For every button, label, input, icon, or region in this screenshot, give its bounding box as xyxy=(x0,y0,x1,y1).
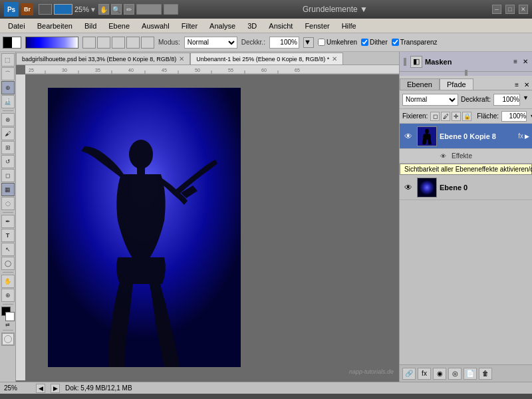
eyedropper-tool[interactable]: 🔬 xyxy=(1,95,15,108)
type-tool[interactable]: T xyxy=(1,229,15,242)
gradient-tool[interactable]: ▦ xyxy=(1,183,15,196)
scroll-right-btn[interactable]: ▶ xyxy=(51,384,60,393)
opacity-input[interactable] xyxy=(269,37,299,49)
menu-analyse[interactable]: Analyse xyxy=(204,21,241,31)
canvas-with-ruler: napp-tutorials.de xyxy=(16,74,399,380)
new-layer-btn[interactable]: 📄 xyxy=(464,368,477,380)
gradient-angle-btn[interactable] xyxy=(112,37,125,49)
layer-item-kopie8[interactable]: 👁 xyxy=(400,124,532,149)
hand-tool[interactable]: ✋ xyxy=(1,275,15,288)
menu-datei[interactable]: Datei xyxy=(3,21,31,31)
menu-ebene[interactable]: Ebene xyxy=(103,21,135,31)
tab-pfade[interactable]: Pfade xyxy=(440,78,473,90)
crop-tool[interactable]: ⊕ xyxy=(1,81,15,94)
menu-filter[interactable]: Filter xyxy=(176,21,203,31)
layer-mode-select[interactable]: Normal xyxy=(402,94,458,106)
swap-colors-icon[interactable]: ⇄ xyxy=(5,322,10,328)
shape-tool[interactable]: ◯ xyxy=(1,257,15,270)
menu-hilfe[interactable]: Hilfe xyxy=(336,21,362,31)
tab-close-badgirl[interactable]: ✕ xyxy=(179,55,184,63)
layer-eye-kopie8[interactable]: 👁 xyxy=(402,130,414,142)
gradient-linear-btn[interactable] xyxy=(82,37,96,49)
scroll-left-btn[interactable]: ◀ xyxy=(36,384,45,393)
new-fill-btn[interactable]: ◎ xyxy=(448,368,462,380)
menu-auswahl[interactable]: Auswahl xyxy=(136,21,175,31)
tab-badgirl[interactable]: badgirlsilhouette.psd bei 33,3% (Ebene 0… xyxy=(16,53,190,65)
heal-tool[interactable]: ⊗ xyxy=(1,113,15,126)
zoom-tool-icon[interactable]: 🔍 xyxy=(111,4,122,15)
zoom-tool[interactable]: ⊕ xyxy=(1,289,15,302)
gradient-reflected-btn[interactable] xyxy=(126,37,140,49)
layers-panel-menu[interactable]: ≡ xyxy=(512,80,521,90)
lock-position-btn[interactable]: ✛ xyxy=(452,112,461,121)
menu-3d[interactable]: 3D xyxy=(242,21,262,31)
deckkraft-input[interactable] xyxy=(493,94,520,106)
layers-panel-close[interactable]: ✕ xyxy=(521,80,532,90)
tab-close-unbenannt[interactable]: ✕ xyxy=(332,55,337,63)
menu-bearbeiten[interactable]: Bearbeiten xyxy=(32,21,78,31)
flaeche-arrow[interactable]: ▼ xyxy=(529,113,532,120)
menu-ansicht[interactable]: Ansicht xyxy=(263,21,298,31)
options-bar: Modus: Normal Deckkr.: ▼ Umkehren Dither… xyxy=(0,33,532,52)
nav-icon[interactable] xyxy=(39,4,52,15)
delete-layer-btn[interactable]: 🗑 xyxy=(479,368,492,380)
menu-bild[interactable]: Bild xyxy=(79,21,102,31)
flaeche-input[interactable] xyxy=(501,111,527,122)
gradient-preview[interactable] xyxy=(25,37,78,49)
canvas-background[interactable]: napp-tutorials.de xyxy=(25,74,399,380)
lock-transparent-btn[interactable]: ◻ xyxy=(430,112,440,121)
separator-5 xyxy=(3,330,13,331)
pen-tool-icon[interactable]: ✏ xyxy=(124,4,134,15)
layers-panel: Ebenen Pfade ≡ ✕ Normal Deckkraft: ▼ Fix… xyxy=(400,72,532,382)
layer-fx-kopie8[interactable]: fx xyxy=(518,132,523,140)
color-swatch[interactable] xyxy=(3,37,21,49)
color-swatch-top[interactable] xyxy=(54,4,72,15)
marquee-tool[interactable]: ⬚ xyxy=(1,53,15,66)
lasso-tool[interactable]: ⌒ xyxy=(1,67,15,80)
history-tool[interactable]: ↺ xyxy=(1,155,15,168)
layers-mode-row: Normal Deckkraft: ▼ xyxy=(400,90,532,109)
hand-tool-icon[interactable]: ✋ xyxy=(98,4,109,15)
close-button[interactable]: ✕ xyxy=(519,5,528,14)
tab-unbenannt[interactable]: Unbenannt-1 bei 25% (Ebene 0 Kopie 8, RG… xyxy=(190,53,343,65)
clone-tool[interactable]: ⊞ xyxy=(1,141,15,154)
link-layers-btn[interactable]: 🔗 xyxy=(402,368,416,380)
minimize-button[interactable]: ─ xyxy=(492,5,501,14)
transparency-checkbox[interactable] xyxy=(392,39,399,46)
opacity-arrow[interactable]: ▼ xyxy=(303,37,314,48)
layer-eye-effects[interactable]: 👁 xyxy=(437,150,449,162)
dither-checkbox[interactable] xyxy=(361,39,368,46)
quick-mask-btn[interactable] xyxy=(1,332,15,346)
titlebar: Ps Br 25% ▼ ✋ 🔍 ✏ Grundelemente ▼ ─ □ ✕ xyxy=(0,0,532,19)
blur-tool[interactable]: ◌ xyxy=(1,197,15,210)
add-style-btn[interactable]: fx xyxy=(418,368,431,380)
path-select-tool[interactable]: ↖ xyxy=(1,243,15,256)
3d-icon[interactable] xyxy=(164,4,178,15)
panel-drag-handle[interactable] xyxy=(404,58,406,66)
effects-label: Effekte xyxy=(452,152,472,160)
layer-item-ebene0[interactable]: 👁 Ebene 0 xyxy=(400,175,532,200)
lock-all-btn[interactable]: 🔒 xyxy=(462,112,471,121)
masken-icon[interactable]: ◧ xyxy=(410,56,422,68)
lock-icons-group: ◻ 🖊 ✛ 🔒 xyxy=(430,112,471,121)
lock-image-btn[interactable]: 🖊 xyxy=(441,112,450,121)
eraser-tool[interactable]: ◻ xyxy=(1,169,15,182)
layer-eye-ebene0[interactable]: 👁 xyxy=(402,182,414,194)
path-tool[interactable]: ✒ xyxy=(1,215,15,228)
layer-options-kopie8[interactable]: ▶ xyxy=(525,133,529,140)
maximize-button[interactable]: □ xyxy=(505,5,515,14)
add-mask-btn[interactable]: ◉ xyxy=(433,368,446,380)
deckkraft-arrow[interactable]: ▼ xyxy=(523,94,529,105)
menu-fenster[interactable]: Fenster xyxy=(299,21,334,31)
reverse-checkbox[interactable] xyxy=(318,39,325,46)
svg-text:60: 60 xyxy=(261,68,267,72)
gradient-radial-btn[interactable] xyxy=(97,37,110,49)
masken-menu-btn[interactable]: ≡ xyxy=(513,58,517,65)
foreground-bg-swatch[interactable] xyxy=(1,307,15,321)
mode-select[interactable]: Normal xyxy=(184,37,237,49)
tab-ebenen[interactable]: Ebenen xyxy=(400,78,440,90)
brush-tool[interactable]: 🖌 xyxy=(1,127,15,140)
masken-close-btn[interactable]: ✕ xyxy=(523,58,528,65)
transform-icon[interactable] xyxy=(136,4,162,15)
gradient-diamond-btn[interactable] xyxy=(141,37,154,49)
